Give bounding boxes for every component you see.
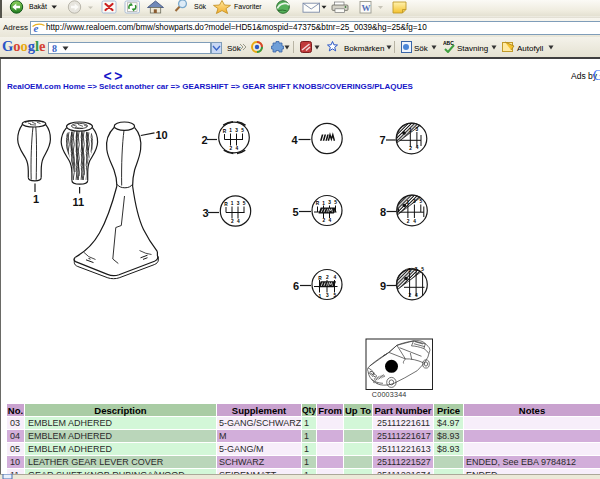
svg-text:4: 4 <box>328 218 331 223</box>
svg-text:2: 2 <box>409 293 412 298</box>
svg-text:2: 2 <box>322 218 325 223</box>
svg-text:10: 10 <box>156 129 168 141</box>
svg-text:3: 3 <box>328 200 331 205</box>
svg-text:1: 1 <box>409 128 412 133</box>
svg-text:5: 5 <box>419 199 422 204</box>
svg-text:6: 6 <box>293 280 299 292</box>
svg-text:5: 5 <box>334 200 337 205</box>
svg-text:4: 4 <box>416 145 419 150</box>
svg-text:5: 5 <box>333 293 336 298</box>
svg-text:2: 2 <box>407 219 410 224</box>
svg-text:1: 1 <box>231 201 234 206</box>
svg-text:2: 2 <box>326 275 329 280</box>
svg-text:R: R <box>223 129 227 134</box>
svg-text:3: 3 <box>237 201 240 206</box>
svg-text:2: 2 <box>231 219 234 224</box>
svg-text:1: 1 <box>229 128 232 133</box>
svg-text:R: R <box>318 276 322 281</box>
svg-text:1: 1 <box>322 201 325 206</box>
svg-text:11: 11 <box>73 196 85 208</box>
svg-text:4: 4 <box>415 293 418 298</box>
svg-text:4: 4 <box>413 219 416 224</box>
svg-text:2: 2 <box>409 146 412 151</box>
svg-text:8: 8 <box>380 206 386 218</box>
svg-text:3: 3 <box>415 267 418 272</box>
svg-text:1: 1 <box>408 268 411 273</box>
svg-text:5: 5 <box>241 128 244 133</box>
svg-text:2: 2 <box>202 134 208 146</box>
svg-text:5: 5 <box>243 201 246 206</box>
svg-text:5: 5 <box>421 267 424 272</box>
svg-text:4: 4 <box>292 134 299 146</box>
svg-text:4: 4 <box>235 146 238 151</box>
svg-text:3: 3 <box>326 293 329 298</box>
svg-text:3: 3 <box>203 207 209 219</box>
svg-text:7: 7 <box>380 134 386 146</box>
svg-text:4: 4 <box>333 275 336 280</box>
svg-text:R: R <box>316 201 320 206</box>
svg-text:1: 1 <box>407 200 410 205</box>
svg-text:1: 1 <box>318 294 321 299</box>
svg-text:5: 5 <box>293 206 299 218</box>
svg-text:3: 3 <box>235 128 238 133</box>
svg-text:4: 4 <box>237 219 240 224</box>
svg-text:3: 3 <box>416 127 419 132</box>
svg-text:3: 3 <box>413 199 416 204</box>
svg-text:9: 9 <box>380 280 386 292</box>
svg-text:R: R <box>224 202 228 207</box>
svg-text:1: 1 <box>33 193 39 205</box>
svg-text:2: 2 <box>229 146 232 151</box>
svg-text:C0003344: C0003344 <box>372 390 407 399</box>
